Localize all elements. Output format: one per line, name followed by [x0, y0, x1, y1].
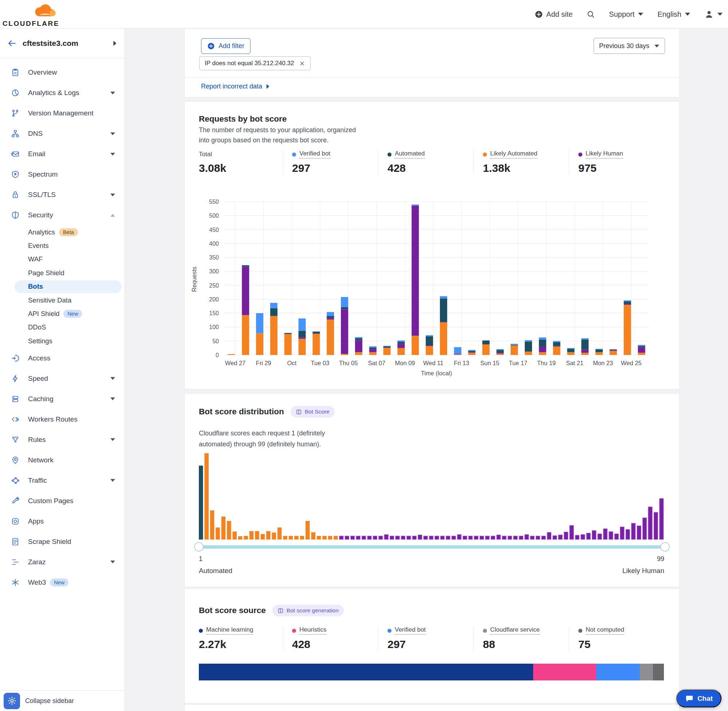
- stat-name[interactable]: Verified bot: [395, 626, 426, 635]
- hist-bar-likely-human: [564, 532, 568, 540]
- support-menu[interactable]: Support: [609, 10, 644, 19]
- stat-name[interactable]: Verified bot: [299, 150, 330, 159]
- stat-name[interactable]: Automated: [395, 150, 425, 159]
- sidebar-item-ddos[interactable]: DDoS: [0, 321, 124, 334]
- card-description: The number of requests to your applicati…: [199, 125, 361, 145]
- sidebar-item-events[interactable]: Events: [0, 239, 124, 252]
- sidebar-item-label: API Shield: [28, 310, 59, 318]
- search-button[interactable]: [586, 10, 595, 19]
- hist-bar-likely-human: [468, 536, 473, 540]
- x-tick-label: Wed 11: [423, 360, 443, 366]
- bar-segment-heuristics: [533, 664, 596, 680]
- sidebar-item-dns[interactable]: DNS: [0, 123, 124, 144]
- filters-card: Add filter IP does not equal 35.212.240.…: [184, 29, 679, 97]
- slider-handle-max[interactable]: [660, 542, 670, 552]
- bar-segment-automated: [581, 340, 589, 350]
- bot-score-badge[interactable]: Bot Score: [291, 406, 335, 417]
- sidebar-item-sensitive-data[interactable]: Sensitive Data: [0, 294, 124, 307]
- sidebar-item-bots[interactable]: Bots: [0, 280, 124, 294]
- sidebar-item-network[interactable]: Network: [0, 450, 124, 471]
- analytics-icon: [11, 89, 20, 97]
- stat-name[interactable]: Not computed: [586, 626, 624, 635]
- stat-verified-bot: Verified bot297: [378, 627, 473, 651]
- sidebar-item-version-management[interactable]: Version Management: [0, 103, 124, 123]
- slider-handle-min[interactable]: [194, 542, 204, 552]
- bot-score-generation-badge[interactable]: Bot score generation: [272, 605, 344, 617]
- sidebar-item-security[interactable]: Security: [0, 205, 124, 225]
- date-range-dropdown[interactable]: Previous 30 days: [594, 38, 665, 54]
- close-icon[interactable]: [299, 60, 305, 66]
- stat-color-dot: [387, 152, 391, 156]
- sidebar-item-scrape-shield[interactable]: Scrape Shield: [0, 531, 124, 552]
- sidebar-item-workers-routes[interactable]: Workers Routes: [0, 409, 124, 429]
- bar-segment-automated: [595, 350, 603, 353]
- distribution-histogram[interactable]: [185, 448, 680, 546]
- sidebar-item-page-shield[interactable]: Page Shield: [0, 266, 124, 280]
- x-tick-label: Wed 27: [225, 360, 246, 366]
- bar-segment-verified-bot: [412, 205, 419, 206]
- filter-chip[interactable]: IP does not equal 35.212.240.32: [199, 56, 311, 70]
- source-stacked-bar[interactable]: [199, 664, 664, 680]
- sidebar-item-web3[interactable]: Web3New: [0, 572, 124, 593]
- bar-segment-likely-automated: [341, 354, 348, 355]
- chevron-down-icon: [717, 12, 723, 16]
- add-filter-button[interactable]: Add filter: [201, 38, 251, 54]
- site-selector[interactable]: cftestsite3.com: [0, 28, 124, 58]
- sidebar-item-analytics[interactable]: AnalyticsBeta: [0, 225, 124, 239]
- sidebar-item-settings[interactable]: Settings: [0, 334, 124, 348]
- hist-bar-likely-automated: [222, 516, 226, 540]
- y-tick-label: 400: [209, 240, 219, 247]
- stat-name[interactable]: Heuristics: [299, 626, 327, 635]
- stat-name[interactable]: Likely Human: [586, 150, 623, 159]
- bar-segment-likely-automated: [595, 352, 603, 355]
- stat-label-row: Automated: [387, 150, 473, 158]
- next-card-partial: [184, 704, 679, 711]
- hist-bar-likely-human: [547, 532, 551, 540]
- sidebar-item-caching[interactable]: Caching: [0, 389, 124, 409]
- sidebar-item-api-shield[interactable]: API ShieldNew: [0, 307, 124, 320]
- bar-segment-verified-bot: [624, 300, 631, 301]
- access-icon: [11, 354, 20, 363]
- sidebar-item-waf[interactable]: WAF: [0, 253, 124, 266]
- sidebar-item-zaraz[interactable]: Zaraz: [0, 552, 124, 572]
- hist-bar-likely-automated: [272, 533, 276, 540]
- chevron-down-icon: [654, 44, 660, 48]
- sidebar-item-ssl-tls[interactable]: SSL/TLS: [0, 184, 124, 205]
- sidebar-item-traffic[interactable]: Traffic: [0, 471, 124, 491]
- sidebar-item-analytics-logs[interactable]: Analytics & Logs: [0, 83, 124, 103]
- language-menu[interactable]: English: [657, 10, 691, 19]
- sidebar-item-rules[interactable]: Rules: [0, 429, 124, 450]
- stat-heuristics: Heuristics428: [283, 627, 378, 651]
- card-description: Cloudflare scores each request 1 (defini…: [199, 428, 356, 450]
- stat-name[interactable]: Cloudflare service: [490, 626, 540, 635]
- account-menu[interactable]: [704, 9, 723, 19]
- bar-segment-cloudflare-service: [640, 664, 653, 680]
- stat-name[interactable]: Machine learning: [206, 626, 253, 635]
- chat-button[interactable]: Chat: [676, 689, 721, 707]
- sidebar-item-spectrum[interactable]: Spectrum: [0, 164, 124, 184]
- sidebar-item-apps[interactable]: Apps: [0, 511, 124, 531]
- cloudflare-logo[interactable]: CLOUDFLARE: [7, 1, 59, 28]
- stat-name[interactable]: Likely Automated: [490, 150, 537, 159]
- sidebar-item-overview[interactable]: Overview: [0, 62, 124, 83]
- report-incorrect-data-link[interactable]: Report incorrect data: [201, 83, 270, 90]
- bar-segment-likely-human: [624, 304, 631, 305]
- sidebar-item-speed[interactable]: Speed: [0, 369, 124, 389]
- sidebar-item-access[interactable]: Access: [0, 348, 124, 369]
- settings-gear-button[interactable]: [4, 693, 20, 709]
- bar-segment-likely-automated: [242, 315, 249, 355]
- collapse-sidebar[interactable]: Collapse sidebar: [25, 697, 74, 705]
- chevron-right-icon[interactable]: [112, 40, 117, 46]
- sidebar-item-custom-pages[interactable]: Custom Pages: [0, 491, 124, 511]
- requests-chart[interactable]: 050100150200250300350400450500550Wed 27F…: [185, 193, 680, 378]
- sidebar-item-email[interactable]: Email: [0, 144, 124, 164]
- add-site-button[interactable]: Add site: [535, 10, 573, 19]
- traffic-icon: [11, 476, 20, 485]
- sidebar-item-label: Traffic: [28, 476, 47, 485]
- hist-bar-likely-automated: [328, 536, 332, 540]
- hist-bar-likely-human: [642, 518, 647, 540]
- back-arrow-icon[interactable]: [7, 38, 17, 48]
- bar-segment-likely-automated: [397, 348, 405, 355]
- bar-segment-verified-bot: [440, 296, 447, 298]
- bar-segment-automated: [426, 336, 433, 345]
